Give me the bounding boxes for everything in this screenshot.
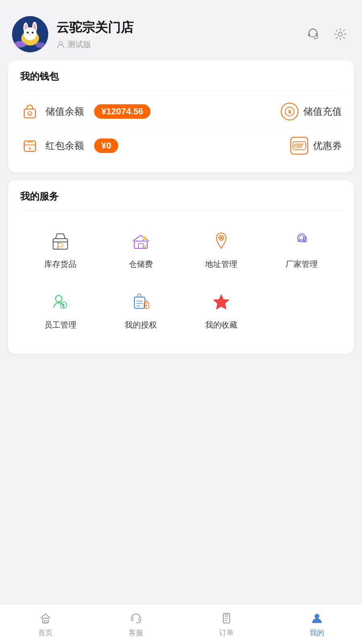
warehouse-icon: ¥ ¥: [128, 228, 154, 254]
headset-icon: [306, 27, 320, 41]
wallet-card: 我的钱包 ¥ 储值余额 ¥12074.56 ¥ 储值充值: [8, 60, 354, 172]
svg-rect-15: [316, 33, 318, 36]
svg-point-7: [27, 32, 29, 34]
coupon-icon: [290, 137, 308, 155]
svg-text:¥: ¥: [144, 237, 146, 240]
my-icon: [310, 611, 324, 625]
favorite-label: 我的收藏: [205, 320, 237, 330]
location-icon: [208, 228, 234, 254]
user-icon: [56, 40, 65, 49]
wallet-title: 我的钱包: [20, 70, 342, 91]
service-staff[interactable]: 员工管理: [20, 279, 101, 340]
services-title: 我的服务: [20, 190, 342, 211]
nav-my[interactable]: 我的: [272, 611, 362, 638]
wallet-icon-redpacket: ¥: [20, 136, 39, 155]
nav-home[interactable]: 首页: [0, 611, 90, 638]
svg-point-40: [56, 295, 62, 302]
home-label: 首页: [38, 628, 53, 638]
svg-point-50: [137, 622, 138, 623]
address-label: 地址管理: [205, 259, 237, 270]
warehouse-label: 仓储费: [129, 259, 153, 270]
svg-text:¥: ¥: [144, 245, 146, 249]
service-inventory[interactable]: 库存货品: [20, 219, 101, 279]
svg-rect-28: [53, 239, 68, 249]
svg-marker-45: [214, 295, 229, 309]
svg-point-8: [32, 32, 34, 34]
svg-text:¥: ¥: [28, 146, 31, 151]
service-address[interactable]: 地址管理: [181, 219, 261, 279]
coupon-label: 优惠券: [313, 139, 342, 152]
services-card: 我的服务 库存货品 ¥: [8, 180, 354, 354]
auth-label: 我的授权: [125, 320, 157, 330]
header-icons: [303, 25, 350, 44]
factory-icon: [289, 228, 315, 254]
header-left: 云驼宗关门店 测试版: [12, 16, 134, 52]
svg-point-36: [220, 237, 222, 239]
stored-value-label: 储值余额: [45, 105, 84, 118]
svg-rect-49: [139, 617, 141, 621]
recharge-button[interactable]: ¥ 储值充值: [281, 103, 342, 120]
wallet-icon-stored: ¥: [20, 102, 39, 121]
svg-rect-14: [308, 33, 310, 36]
order-label: 订单: [219, 628, 234, 638]
svg-rect-42: [134, 297, 145, 308]
staff-icon: [47, 289, 73, 315]
recharge-label: 储值充值: [303, 105, 342, 118]
redpacket-amount: ¥0: [94, 138, 118, 153]
svg-point-9: [29, 34, 31, 35]
yuan-circle-icon: ¥: [281, 103, 298, 120]
home-icon: [38, 611, 53, 625]
svg-rect-29: [58, 244, 63, 247]
svg-point-16: [314, 38, 315, 39]
svg-point-11: [35, 42, 45, 48]
factory-label: 厂家管理: [286, 259, 318, 270]
svg-rect-48: [131, 617, 133, 621]
redpacket-label: 红包余额: [45, 139, 84, 152]
svg-point-10: [14, 41, 26, 47]
order-icon: [219, 611, 234, 625]
wallet-left-redpacket: ¥ 红包余额 ¥0: [20, 136, 118, 155]
services-grid: 库存货品 ¥ ¥ 仓储费: [20, 215, 342, 344]
stored-value-amount: ¥12074.56: [94, 104, 150, 119]
header: 云驼宗关门店 测试版: [0, 0, 362, 60]
service-icon: [129, 611, 143, 625]
redpacket-icon: ¥: [21, 137, 39, 155]
service-label: 客服: [129, 628, 143, 638]
store-info: 云驼宗关门店 测试版: [56, 19, 134, 50]
inventory-label: 库存货品: [44, 259, 76, 270]
stored-value-row: ¥ 储值余额 ¥12074.56 ¥ 储值充值: [20, 95, 342, 129]
bag-icon: ¥: [21, 103, 39, 120]
nav-service[interactable]: 客服: [90, 611, 181, 638]
service-warehouse[interactable]: ¥ ¥ 仓储费: [101, 219, 181, 279]
service-factory[interactable]: 厂家管理: [261, 219, 342, 279]
avatar: [12, 16, 48, 52]
settings-button[interactable]: [331, 25, 350, 44]
svg-point-44: [146, 305, 147, 306]
coupon-button[interactable]: 优惠券: [290, 137, 342, 155]
wallet-left-stored: ¥ 储值余额 ¥12074.56: [20, 102, 150, 121]
svg-rect-31: [138, 244, 143, 248]
store-badge: 测试版: [56, 39, 134, 50]
service-auth[interactable]: 我的授权: [101, 279, 181, 340]
nav-order[interactable]: 订单: [181, 611, 272, 638]
my-label: 我的: [310, 628, 324, 638]
bottom-nav: 首页 客服 订单: [0, 604, 362, 644]
auth-icon: [128, 289, 154, 315]
svg-text:¥: ¥: [29, 112, 31, 116]
svg-text:¥: ¥: [288, 109, 291, 115]
service-favorite[interactable]: 我的收藏: [181, 279, 261, 340]
gear-icon: [333, 27, 348, 41]
svg-point-17: [338, 32, 342, 36]
redpacket-row: ¥ 红包余额 ¥0 优惠券: [20, 129, 342, 163]
headset-button[interactable]: [303, 25, 323, 44]
staff-label: 员工管理: [44, 320, 76, 330]
store-name: 云驼宗关门店: [56, 19, 134, 37]
box-icon: [47, 228, 73, 254]
svg-point-12: [59, 41, 62, 45]
svg-point-6: [24, 27, 37, 40]
favorite-icon: [208, 289, 234, 315]
svg-point-52: [315, 614, 319, 619]
svg-point-26: [294, 144, 298, 147]
